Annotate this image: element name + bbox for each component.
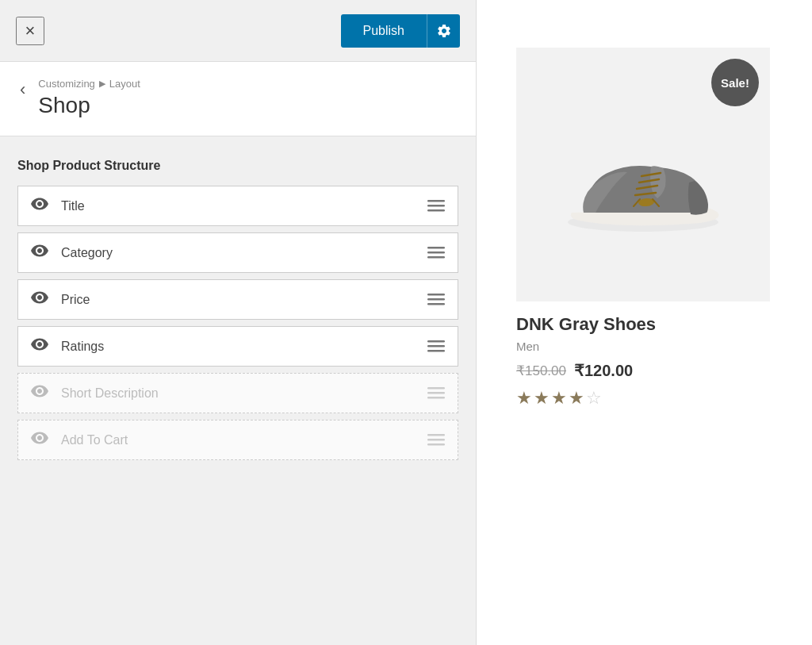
back-button[interactable]: ‹ [20, 79, 25, 100]
product-image-wrapper: Sale! [516, 48, 770, 301]
eye-icon-category[interactable] [31, 244, 48, 261]
product-category: Men [516, 340, 770, 353]
breadcrumb-layout: Layout [109, 78, 140, 90]
svg-rect-17 [427, 443, 445, 446]
publish-button[interactable]: Publish [341, 14, 427, 48]
item-label-ratings: Ratings [61, 340, 104, 354]
eye-icon-title[interactable] [31, 198, 48, 214]
structure-item-add-to-cart[interactable]: Add To Cart [17, 420, 458, 460]
svg-rect-10 [427, 345, 445, 347]
eye-icon-ratings[interactable] [31, 338, 48, 355]
product-card: Sale! [516, 48, 770, 409]
breadcrumb-customizing: Customizing [38, 78, 95, 90]
gear-button[interactable] [427, 14, 460, 48]
svg-rect-14 [427, 397, 445, 399]
panel-content: Shop Product Structure Title Category Pr… [0, 136, 476, 645]
structure-item-ratings[interactable]: Ratings [17, 326, 458, 367]
structure-item-title[interactable]: Title [17, 186, 458, 226]
svg-rect-2 [427, 209, 445, 212]
star-filled-4: ★ [569, 388, 584, 409]
sale-badge: Sale! [711, 59, 759, 106]
publish-area: Publish [341, 14, 460, 48]
shoe-image [548, 103, 738, 246]
breadcrumb: Customizing ▶ Layout [38, 78, 140, 90]
eye-icon-short-description[interactable] [31, 385, 48, 401]
item-left-ratings: Ratings [31, 338, 104, 355]
item-label-price: Price [61, 293, 90, 307]
structure-item-short-description[interactable]: Short Description [17, 373, 458, 413]
svg-rect-1 [427, 205, 445, 207]
item-label-add-to-cart: Add To Cart [61, 433, 128, 447]
svg-rect-3 [427, 247, 445, 249]
svg-rect-16 [427, 439, 445, 441]
panel-header: ‹ Customizing ▶ Layout Shop [0, 62, 476, 136]
structure-item-price[interactable]: Price [17, 279, 458, 320]
svg-rect-6 [427, 294, 445, 296]
product-name: DNK Gray Shoes [516, 314, 770, 335]
section-title: Shop Product Structure [17, 159, 458, 173]
item-label-title: Title [61, 199, 85, 213]
svg-rect-7 [427, 298, 445, 301]
star-filled-3: ★ [551, 388, 567, 409]
eye-icon-price[interactable] [31, 291, 48, 308]
star-empty-5: ☆ [586, 388, 602, 409]
close-button[interactable]: × [16, 17, 44, 45]
item-left-short-description: Short Description [31, 385, 159, 401]
svg-rect-13 [427, 392, 445, 394]
left-panel: × Publish ‹ Customizing ▶ Layout Shop Sh… [0, 0, 476, 645]
star-filled-1: ★ [516, 388, 532, 409]
item-left-price: Price [31, 291, 90, 308]
breadcrumb-arrow: ▶ [99, 79, 105, 89]
svg-rect-4 [427, 251, 445, 254]
gear-icon [436, 23, 452, 39]
top-bar: × Publish [0, 0, 476, 62]
drag-handle-title[interactable] [427, 200, 445, 213]
product-price: ₹150.00 ₹120.00 [516, 361, 770, 380]
svg-rect-15 [427, 434, 445, 436]
price-old: ₹150.00 [516, 363, 566, 379]
svg-rect-0 [427, 200, 445, 202]
svg-rect-5 [427, 256, 445, 259]
svg-rect-8 [427, 303, 445, 305]
structure-list: Title Category Price Ratings Short Descr… [17, 186, 458, 460]
item-label-short-description: Short Description [61, 386, 159, 401]
drag-handle-ratings[interactable] [427, 340, 445, 353]
item-label-category: Category [61, 246, 113, 260]
eye-icon-add-to-cart[interactable] [31, 432, 48, 448]
svg-rect-11 [427, 350, 445, 352]
svg-rect-9 [427, 340, 445, 343]
price-new: ₹120.00 [574, 361, 633, 380]
right-panel: Sale! [476, 0, 812, 645]
item-left-title: Title [31, 198, 85, 214]
item-left-category: Category [31, 244, 113, 261]
structure-item-category[interactable]: Category [17, 232, 458, 273]
svg-rect-12 [427, 387, 445, 390]
item-left-add-to-cart: Add To Cart [31, 432, 128, 448]
drag-handle-category[interactable] [427, 247, 445, 259]
drag-handle-short-description[interactable] [427, 387, 445, 400]
page-title: Shop [38, 93, 140, 118]
drag-handle-add-to-cart[interactable] [427, 434, 445, 447]
drag-handle-price[interactable] [427, 294, 445, 306]
panel-title-area: Customizing ▶ Layout Shop [38, 78, 140, 118]
product-rating: ★★★★☆ [516, 388, 770, 409]
star-filled-2: ★ [534, 388, 550, 409]
